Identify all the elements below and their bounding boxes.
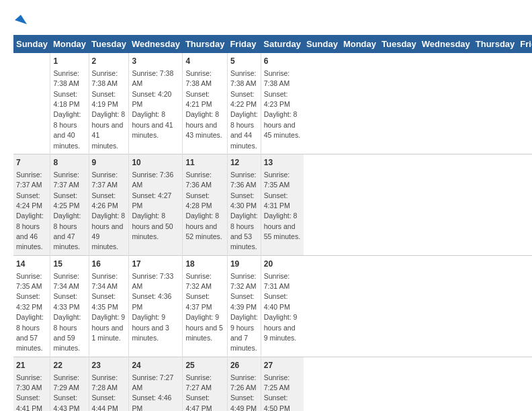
day-number: 25 [185,360,224,371]
sunset-text: Sunset: 4:40 PM [264,292,290,310]
day-cell-18: 18 Sunrise: 7:32 AM Sunset: 4:37 PM Dayl… [183,255,228,357]
sunset-text: Sunset: 4:28 PM [185,191,212,210]
sunset-text: Sunset: 4:36 PM [132,292,171,310]
daylight-text: Daylight: 9 hours and 1 minute. [92,313,126,342]
day-number: 14 [16,259,47,270]
sunrise-text: Sunrise: 7:26 AM [230,373,257,392]
sunrise-text: Sunrise: 7:36 AM [230,171,257,189]
day-number: 9 [92,157,126,169]
sunrise-text: Sunrise: 7:36 AM [185,171,212,189]
header [13,13,519,28]
logo-bird-icon [15,13,27,26]
sunset-text: Sunset: 4:33 PM [53,292,79,310]
sunrise-text: Sunrise: 7:38 AM [230,69,257,87]
day-cell-20: 20 Sunrise: 7:31 AM Sunset: 4:40 PM Dayl… [261,255,304,357]
day-number: 17 [132,259,179,270]
sunrise-text: Sunrise: 7:27 AM [185,373,212,392]
sunset-text: Sunset: 4:35 PM [92,292,118,310]
sunset-text: Sunset: 4:47 PM [185,394,212,411]
day-cell-23: 23 Sunrise: 7:28 AM Sunset: 4:44 PM Dayl… [89,357,129,411]
daylight-text: Daylight: 8 hours and 52 minutes. [185,212,222,240]
sunrise-text: Sunrise: 7:36 AM [132,171,173,189]
daylight-text: Daylight: 8 hours and 41 minutes. [132,110,173,139]
day-number: 6 [264,56,301,67]
sunrise-text: Sunrise: 7:25 AM [264,373,290,392]
day-cell-8: 8 Sunrise: 7:37 AM Sunset: 4:25 PM Dayli… [50,154,89,255]
day-cell-11: 11 Sunrise: 7:36 AM Sunset: 4:28 PM Dayl… [183,154,228,255]
day-number: 4 [185,56,224,67]
sunset-text: Sunset: 4:24 PM [16,191,42,210]
col-header-tuesday: Tuesday [379,35,419,53]
header-sunday: Sunday [13,35,50,53]
day-cell-17: 17 Sunrise: 7:33 AM Sunset: 4:36 PM Dayl… [129,255,183,357]
sunrise-text: Sunrise: 7:34 AM [92,272,118,290]
sunset-text: Sunset: 4:25 PM [53,191,79,210]
day-cell-10: 10 Sunrise: 7:36 AM Sunset: 4:27 PM Dayl… [129,154,183,255]
sunrise-text: Sunrise: 7:27 AM [132,373,173,392]
day-cell-19: 19 Sunrise: 7:32 AM Sunset: 4:39 PM Dayl… [227,255,261,357]
day-number: 23 [92,360,126,371]
day-number: 15 [53,259,85,270]
sunset-text: Sunset: 4:41 PM [16,394,42,411]
sunrise-text: Sunrise: 7:38 AM [53,69,79,87]
day-number: 3 [132,56,179,67]
week-row-3: 14 Sunrise: 7:35 AM Sunset: 4:32 PM Dayl… [13,255,532,357]
day-number: 19 [230,259,258,270]
day-cell-14: 14 Sunrise: 7:35 AM Sunset: 4:32 PM Dayl… [13,255,50,357]
sunset-text: Sunset: 4:44 PM [92,394,118,411]
sunset-text: Sunset: 4:37 PM [185,292,212,310]
svg-marker-0 [15,15,27,24]
day-number: 20 [264,259,301,270]
day-cell-26: 26 Sunrise: 7:26 AM Sunset: 4:49 PM Dayl… [227,357,261,411]
sunrise-text: Sunrise: 7:32 AM [230,272,257,290]
day-cell-21: 21 Sunrise: 7:30 AM Sunset: 4:41 PM Dayl… [13,357,50,411]
daylight-text: Daylight: 8 hours and 59 minutes. [53,313,81,352]
col-header-monday: Monday [341,35,379,53]
daylight-text: Daylight: 8 hours and 55 minutes. [264,212,300,240]
header-friday: Friday [227,35,261,53]
daylight-text: Daylight: 8 hours and 43 minutes. [185,110,222,139]
day-number: 12 [230,157,258,169]
daylight-text: Daylight: 8 hours and 45 minutes. [264,110,300,139]
header-monday: Monday [50,35,89,53]
daylight-text: Daylight: 8 hours and 57 minutes. [16,313,44,352]
header-wednesday: Wednesday [129,35,183,53]
day-cell-5: 5 Sunrise: 7:38 AM Sunset: 4:22 PM Dayli… [227,53,261,154]
day-cell-27: 27 Sunrise: 7:25 AM Sunset: 4:50 PM Dayl… [261,357,304,411]
day-cell-4: 4 Sunrise: 7:38 AM Sunset: 4:21 PM Dayli… [183,53,228,154]
daylight-text: Daylight: 9 hours and 9 minutes. [264,313,298,342]
empty-cell [13,53,50,154]
day-number: 8 [53,157,85,169]
sunset-text: Sunset: 4:18 PM [53,90,79,108]
day-cell-6: 6 Sunrise: 7:38 AM Sunset: 4:23 PM Dayli… [261,53,304,154]
sunset-text: Sunset: 4:43 PM [53,394,79,411]
day-number: 26 [230,360,258,371]
day-number: 13 [264,157,301,169]
sunrise-text: Sunrise: 7:38 AM [132,69,173,87]
day-cell-1: 1 Sunrise: 7:38 AM Sunset: 4:18 PM Dayli… [50,53,89,154]
daylight-text: Daylight: 8 hours and 53 minutes. [230,212,258,250]
sunset-text: Sunset: 4:20 PM [132,90,171,108]
sunrise-text: Sunrise: 7:32 AM [185,272,212,290]
sunset-text: Sunset: 4:21 PM [185,90,212,108]
sunset-text: Sunset: 4:32 PM [16,292,42,310]
sunrise-text: Sunrise: 7:30 AM [16,373,42,392]
week-row-2: 7 Sunrise: 7:37 AM Sunset: 4:24 PM Dayli… [13,154,532,255]
sunrise-text: Sunrise: 7:28 AM [92,373,118,392]
daylight-text: Daylight: 8 hours and 49 minutes. [92,212,126,250]
sunset-text: Sunset: 4:23 PM [264,90,290,108]
col-header-friday: Friday [517,35,532,53]
day-number: 2 [92,56,126,67]
sunset-text: Sunset: 4:30 PM [230,191,257,210]
day-number: 7 [16,157,47,169]
day-cell-9: 9 Sunrise: 7:37 AM Sunset: 4:26 PM Dayli… [89,154,129,255]
sunrise-text: Sunrise: 7:35 AM [264,171,290,189]
sunset-text: Sunset: 4:50 PM [264,394,290,411]
col-header-sunday: Sunday [304,35,341,53]
sunrise-text: Sunrise: 7:29 AM [53,373,79,392]
day-cell-22: 22 Sunrise: 7:29 AM Sunset: 4:43 PM Dayl… [50,357,89,411]
day-cell-16: 16 Sunrise: 7:34 AM Sunset: 4:35 PM Dayl… [89,255,129,357]
sunrise-text: Sunrise: 7:37 AM [16,171,42,189]
sunset-text: Sunset: 4:39 PM [230,292,257,310]
day-number: 22 [53,360,85,371]
